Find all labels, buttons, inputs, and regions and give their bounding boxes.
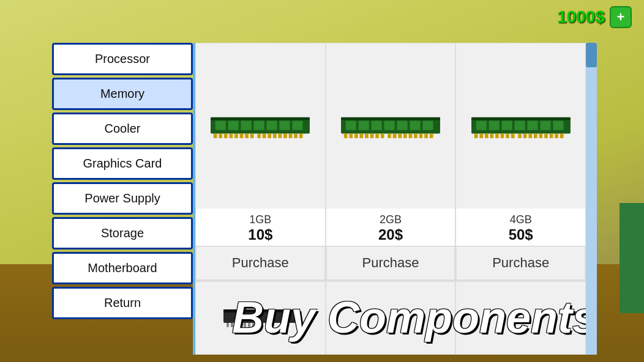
svg-rect-50 bbox=[424, 133, 428, 138]
svg-rect-63 bbox=[485, 133, 489, 138]
partial-ram-image bbox=[223, 309, 297, 327]
svg-rect-15 bbox=[245, 133, 249, 138]
svg-rect-65 bbox=[495, 133, 499, 138]
svg-rect-11 bbox=[224, 133, 228, 138]
svg-rect-58 bbox=[527, 120, 537, 130]
product-card-2gb: 2GB 20$ Purchase bbox=[326, 43, 456, 281]
svg-rect-22 bbox=[283, 133, 287, 138]
svg-rect-34 bbox=[422, 120, 433, 130]
sidebar-item-return[interactable]: Return bbox=[52, 287, 193, 319]
add-currency-button[interactable]: + bbox=[610, 6, 632, 28]
svg-rect-41 bbox=[375, 133, 379, 138]
product-size-4gb: 4GB bbox=[456, 213, 585, 226]
svg-rect-80 bbox=[227, 323, 229, 327]
svg-rect-59 bbox=[540, 120, 550, 130]
products-row2 bbox=[195, 281, 586, 355]
svg-rect-12 bbox=[230, 133, 233, 138]
svg-rect-2 bbox=[215, 120, 226, 130]
svg-rect-86 bbox=[252, 323, 255, 327]
main-panel: Processor Memory Cooler Graphics Card Po… bbox=[52, 43, 597, 355]
ram-image-1gb bbox=[208, 114, 312, 138]
svg-rect-74 bbox=[544, 133, 548, 138]
svg-rect-85 bbox=[248, 323, 250, 327]
svg-rect-21 bbox=[279, 133, 282, 138]
product-card-1gb: 1GB 10$ Purchase bbox=[195, 43, 326, 281]
svg-rect-46 bbox=[403, 133, 407, 138]
svg-rect-38 bbox=[360, 133, 364, 138]
svg-rect-45 bbox=[398, 133, 402, 138]
product-info-4gb: 4GB 50$ bbox=[456, 209, 585, 246]
svg-rect-39 bbox=[365, 133, 369, 138]
svg-rect-17 bbox=[258, 133, 261, 138]
svg-rect-29 bbox=[359, 120, 369, 130]
svg-rect-33 bbox=[410, 120, 420, 130]
svg-rect-14 bbox=[240, 133, 244, 138]
svg-rect-5 bbox=[254, 120, 264, 130]
product-info-2gb: 2GB 20$ bbox=[326, 209, 455, 246]
svg-rect-37 bbox=[354, 133, 358, 138]
svg-rect-53 bbox=[471, 117, 571, 120]
content-area: 1GB 10$ Purchase bbox=[193, 43, 586, 355]
ram-image-4gb bbox=[469, 114, 573, 138]
svg-rect-31 bbox=[384, 120, 395, 130]
svg-rect-20 bbox=[273, 133, 277, 138]
purchase-button-2gb[interactable]: Purchase bbox=[326, 246, 455, 280]
svg-rect-42 bbox=[381, 133, 384, 138]
scrollbar[interactable] bbox=[586, 43, 597, 355]
svg-rect-70 bbox=[523, 133, 526, 138]
svg-rect-83 bbox=[239, 323, 242, 327]
sidebar-item-storage[interactable]: Storage bbox=[52, 217, 193, 249]
svg-rect-4 bbox=[241, 120, 252, 130]
sidebar-item-processor[interactable]: Processor bbox=[52, 43, 193, 75]
svg-rect-10 bbox=[219, 133, 223, 138]
product-card-partial-2 bbox=[326, 281, 456, 355]
svg-rect-30 bbox=[372, 120, 382, 130]
svg-rect-48 bbox=[414, 133, 417, 138]
svg-rect-49 bbox=[419, 133, 423, 138]
sidebar-item-memory[interactable]: Memory bbox=[52, 78, 193, 110]
svg-rect-51 bbox=[430, 133, 433, 138]
scrollbar-thumb[interactable] bbox=[586, 43, 597, 67]
sidebar: Processor Memory Cooler Graphics Card Po… bbox=[52, 43, 193, 355]
product-size-1gb: 1GB bbox=[196, 213, 325, 226]
svg-rect-19 bbox=[268, 133, 272, 138]
svg-rect-68 bbox=[511, 133, 514, 138]
svg-rect-1 bbox=[211, 117, 310, 120]
svg-rect-76 bbox=[555, 133, 558, 138]
svg-rect-32 bbox=[397, 120, 407, 130]
svg-rect-77 bbox=[560, 133, 563, 138]
svg-rect-8 bbox=[293, 120, 303, 130]
svg-rect-7 bbox=[280, 120, 290, 130]
svg-rect-73 bbox=[539, 133, 542, 138]
svg-rect-57 bbox=[514, 120, 525, 130]
product-card-4gb: 4GB 50$ Purchase bbox=[455, 43, 586, 281]
purchase-button-4gb[interactable]: Purchase bbox=[456, 246, 585, 280]
svg-rect-25 bbox=[299, 133, 303, 138]
svg-rect-61 bbox=[474, 133, 477, 138]
svg-rect-16 bbox=[250, 133, 254, 138]
svg-rect-28 bbox=[346, 120, 356, 130]
svg-rect-72 bbox=[534, 133, 537, 138]
svg-rect-60 bbox=[553, 120, 563, 130]
currency-display: 1000$ bbox=[557, 7, 605, 27]
svg-rect-44 bbox=[393, 133, 397, 138]
green-box-decoration bbox=[620, 203, 644, 313]
sidebar-item-cooler[interactable]: Cooler bbox=[52, 113, 193, 145]
svg-rect-79 bbox=[223, 309, 297, 312]
svg-rect-56 bbox=[501, 120, 512, 130]
svg-rect-66 bbox=[500, 133, 504, 138]
products-grid: 1GB 10$ Purchase bbox=[195, 43, 586, 281]
product-image-1gb bbox=[196, 43, 325, 209]
svg-rect-64 bbox=[490, 133, 493, 138]
svg-rect-81 bbox=[231, 323, 233, 327]
sidebar-item-graphics-card[interactable]: Graphics Card bbox=[52, 147, 193, 180]
svg-rect-55 bbox=[489, 120, 499, 130]
product-card-partial-1 bbox=[195, 281, 326, 355]
purchase-button-1gb[interactable]: Purchase bbox=[196, 246, 325, 280]
svg-rect-40 bbox=[370, 133, 374, 138]
product-price-4gb: 50$ bbox=[456, 226, 585, 243]
sidebar-item-power-supply[interactable]: Power Supply bbox=[52, 182, 193, 215]
hud-top: 1000$ + bbox=[557, 6, 632, 28]
content-wrapper: 1GB 10$ Purchase bbox=[193, 43, 597, 355]
sidebar-item-motherboard[interactable]: Motherboard bbox=[52, 252, 193, 284]
